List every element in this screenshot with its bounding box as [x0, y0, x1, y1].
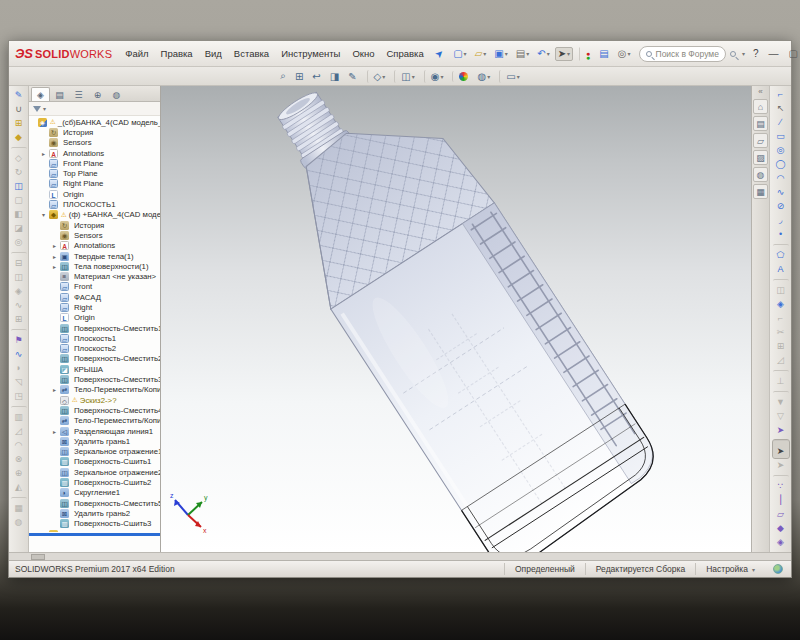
menu-item[interactable]: Инструменты [276, 46, 345, 61]
spline-tool-button[interactable]: ∿ [773, 185, 789, 199]
filter-edges-button[interactable]: ⎮ [773, 493, 789, 507]
ellipse-tool-button[interactable]: ⊘ [773, 199, 789, 213]
split-tool-button[interactable]: ◭ [11, 480, 27, 494]
menu-item[interactable]: Правка [156, 46, 198, 61]
taskpane-appearances[interactable]: ◍ [753, 167, 768, 182]
mirror-entities-button[interactable]: ◫ [773, 279, 789, 297]
previous-view-button[interactable]: ↩ [310, 70, 323, 83]
tree-surface-offset5[interactable]: ◫ Поверхность-Сместить5 [29, 498, 160, 508]
tree-split-line1[interactable]: ▸ ◁ Разделяющая линия1 [29, 426, 160, 436]
hide-show-items-button[interactable]: ◉ ▾ [424, 70, 446, 83]
tree-ploskost1[interactable]: ▱ ПЛОСКОСТЬ1 [29, 199, 160, 209]
print-button[interactable]: ▤ ▾ [513, 47, 532, 61]
annotation-view-button[interactable]: ✎ [346, 70, 359, 83]
linear-pattern-button[interactable]: ⊞ [773, 339, 789, 353]
hide-components-button[interactable]: ▢ [11, 193, 27, 207]
tree-part-sensors[interactable]: ◉ Sensors [29, 230, 160, 240]
wrap-tool-button[interactable]: ◠ [11, 438, 27, 452]
tree-right[interactable]: ▱ Right [29, 302, 160, 312]
clear-filter-button[interactable]: ▽ [773, 409, 789, 423]
tree-surface-offset3[interactable]: ◫ Поверхность-Сместить3->? [29, 374, 160, 384]
tab-featuremanager[interactable]: ◈ [31, 87, 50, 101]
mirror-components-button[interactable]: ◫ [11, 270, 27, 284]
globe-icon[interactable] [773, 564, 783, 574]
expander-icon[interactable]: ▸ [53, 386, 60, 393]
tree-solid-bodies[interactable]: ▸ ▣ Твердые тела(1) [29, 251, 160, 261]
taskpane-custom-properties[interactable]: ▦ [753, 184, 768, 199]
filter-solid-bodies-button[interactable]: ◆ [773, 521, 789, 535]
text-tool-button[interactable]: A [773, 262, 789, 276]
tree-part-gorlo[interactable]: ▸ ◆ (ф) Gorlo_Kr40-1<1> ->? (По умолча [29, 529, 160, 532]
insert-components-button[interactable]: ⊞ [11, 116, 27, 130]
revolve-tool-button[interactable]: ◍ [11, 515, 27, 529]
menu-item[interactable]: Вставка [229, 46, 274, 61]
expander-icon[interactable]: ▸ [53, 242, 60, 249]
select-button[interactable]: ➤ ▾ [555, 47, 573, 61]
settings-button[interactable]: ◎ ▾ [615, 47, 634, 61]
tree-material[interactable]: ≡ Материал <не указан> [29, 271, 160, 281]
expander-icon[interactable]: ▸ [53, 263, 60, 270]
customize-button[interactable]: Настройка▾ [695, 563, 765, 575]
menu-item[interactable]: Вид [200, 46, 227, 61]
tree-part-origin[interactable]: L Origin [29, 313, 160, 323]
tree-fillet1[interactable]: ◗ Скругление1 [29, 488, 160, 498]
lasso-select-button[interactable]: ➤ [773, 423, 789, 437]
zoom-to-area-button[interactable]: ⊞ [293, 70, 306, 83]
display-relations-button[interactable]: ⊥ [773, 370, 789, 388]
rib-tool-button[interactable]: ▥ [11, 406, 27, 424]
save-button[interactable]: ▣ ▾ [491, 47, 510, 61]
select-other-button[interactable]: ➤ [773, 458, 789, 472]
curve-tool-button[interactable]: ⚑ [11, 329, 27, 347]
bottle-model[interactable] [161, 86, 751, 552]
tree-history[interactable]: ↻ История [29, 127, 160, 137]
tree-delete-face1[interactable]: ⊠ Удалить грань1 [29, 436, 160, 446]
tree-root-assembly[interactable]: ◈ ⚠ _(сб)БАНКА_4(CAD модель_КД) (Де [29, 117, 160, 127]
offset-entities-button[interactable]: ⌐ [773, 311, 789, 325]
new-button[interactable]: ▢ ▾ [450, 47, 469, 61]
tree-surface-offset1[interactable]: ◫ Поверхность-Сместить1-> x [29, 323, 160, 333]
expander-icon[interactable]: ▾ [42, 211, 49, 218]
tree-sensors[interactable]: ◉ Sensors [29, 138, 160, 148]
move-entities-button[interactable]: ◿ [773, 353, 789, 367]
display-style-button[interactable]: ◫ ▾ [394, 70, 416, 83]
move-component-button[interactable]: ◇ [11, 147, 27, 165]
expander-icon[interactable]: ▸ [42, 531, 49, 532]
tree-surface-offset2[interactable]: ◫ Поверхность-Сместить2 [29, 354, 160, 364]
zoom-to-fit-button[interactable]: ⌕ [278, 69, 289, 83]
tree-mirror1[interactable]: ◫ Зеркальное отражение1 [29, 447, 160, 457]
rebuild-button[interactable]: ● [579, 47, 594, 61]
undo-button[interactable]: ↶ ▾ [534, 47, 552, 61]
tree-surface-knit2[interactable]: ▥ Поверхность-Сшить2 [29, 477, 160, 487]
expander-icon[interactable]: ▸ [53, 253, 60, 260]
smart-dimension-button[interactable]: ↖ [773, 101, 789, 115]
tab-configurations[interactable]: ☰ [69, 87, 88, 101]
help-button[interactable]: ? [753, 48, 759, 59]
tree-ploskost-1[interactable]: ▱ Плоскость1 [29, 333, 160, 343]
polygon-tool-button[interactable]: ⬠ [773, 244, 789, 262]
taskpane-resources[interactable]: ⌂ [753, 99, 768, 114]
chamfer-tool-button[interactable]: ◹ [11, 375, 27, 389]
filter-surface-bodies-button[interactable]: ◈ [773, 535, 789, 549]
combine-tool-button[interactable]: ⊕ [11, 466, 27, 480]
search-options-button[interactable]: ▾ [730, 50, 745, 57]
tree-part-annotations[interactable]: ▸ A Annotations [29, 241, 160, 251]
tab-displaymanager[interactable]: ◍ [107, 87, 126, 101]
select-arrow-button[interactable]: ➤ [773, 440, 789, 458]
tree-body-move-copy2[interactable]: ⇄ Тело-Переместить/Копировать [29, 416, 160, 426]
intersect-tool-button[interactable]: ⊗ [11, 452, 27, 466]
minimize-button[interactable]: — [768, 49, 778, 59]
apply-scene-button[interactable]: ◍ ▾ [475, 70, 492, 83]
menu-item[interactable]: Файл [120, 46, 153, 61]
open-button[interactable]: ▱ ▾ [472, 47, 490, 61]
graphics-viewport[interactable]: z y x [161, 86, 751, 552]
tree-mirror2[interactable]: ◫ Зеркальное отражение2 [29, 467, 160, 477]
rotate-component-button[interactable]: ↻ [11, 165, 27, 179]
rectangle-tool-button[interactable]: ▭ [773, 129, 789, 143]
filter-funnel-button[interactable]: ▼ [773, 391, 789, 409]
line-tool-button[interactable]: ∕ [773, 115, 789, 129]
tree-part-banka[interactable]: ▾ ◆ ⚠ (ф) +БАНКА_4(CAD модель_КД [29, 210, 160, 220]
draft-tool-button[interactable]: ◿ [11, 424, 27, 438]
taskpane-file-explorer[interactable]: ▱ [753, 133, 768, 148]
tree-fasad[interactable]: ▱ ФАСАД [29, 292, 160, 302]
point-tool-button[interactable]: • [773, 227, 789, 241]
